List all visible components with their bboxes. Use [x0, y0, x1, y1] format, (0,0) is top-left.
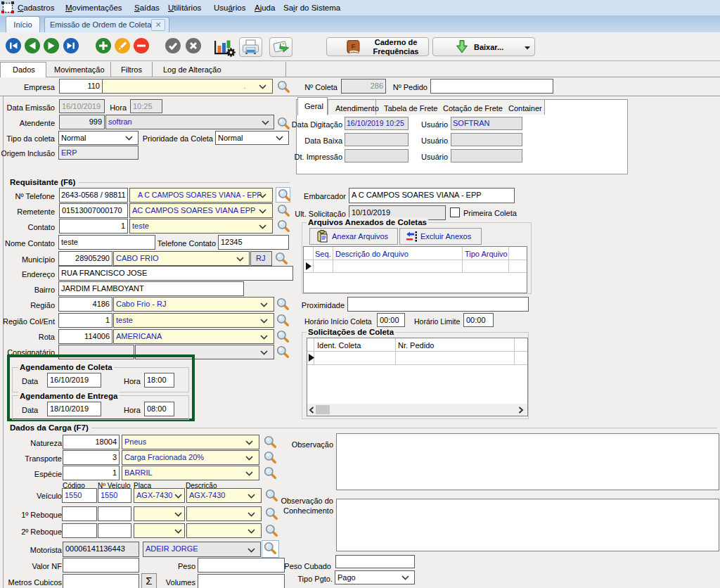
svg-text:F: F	[352, 43, 356, 50]
